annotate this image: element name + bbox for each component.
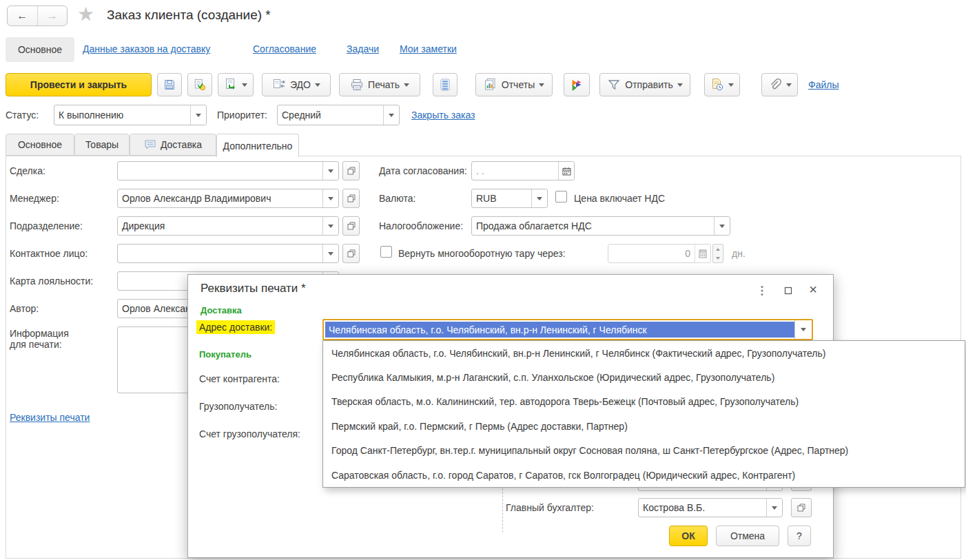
- status-select[interactable]: К выполнению: [54, 105, 207, 125]
- dialog-close-button[interactable]: ×: [804, 282, 822, 297]
- cancel-button[interactable]: Отмена: [716, 526, 779, 546]
- taxation-label: Налогообложение:: [379, 220, 463, 231]
- help-button[interactable]: ?: [788, 526, 811, 546]
- status-dropdown-arrow[interactable]: [190, 105, 206, 125]
- nav-link-approval[interactable]: Согласование: [253, 43, 316, 54]
- send-button[interactable]: Отправить: [599, 73, 690, 96]
- favorite-star-icon[interactable]: ★: [77, 3, 94, 25]
- chevron-down-icon: [728, 83, 734, 87]
- calculator-icon[interactable]: [695, 245, 710, 262]
- manager-label: Менеджер:: [10, 193, 59, 204]
- address-option[interactable]: Саратовская область, г.о. город Саратов,…: [323, 463, 965, 487]
- deal-field[interactable]: [117, 161, 339, 180]
- consignee-account-label: Счет грузополучателя:: [199, 428, 300, 439]
- delivery-address-dropdown-arrow[interactable]: [794, 320, 812, 339]
- nav-link-delivery-orders[interactable]: Данные заказов на доставку: [83, 43, 210, 54]
- calendar-icon[interactable]: [558, 162, 574, 180]
- deal-open-button[interactable]: [342, 161, 360, 180]
- forward-button[interactable]: →: [38, 6, 68, 25]
- chevron-down-icon: [315, 83, 320, 87]
- taxation-dropdown-arrow[interactable]: [714, 217, 730, 235]
- tab-dostavka[interactable]: Доставка: [130, 134, 216, 156]
- returnable-days-field[interactable]: 0: [608, 244, 711, 263]
- returnable-days-spinner[interactable]: [712, 244, 723, 263]
- close-order-link[interactable]: Закрыть заказ: [411, 110, 475, 121]
- open-in-window-icon: [347, 194, 356, 203]
- chevron-down-icon: [242, 83, 247, 87]
- priority-select[interactable]: Средний: [277, 105, 400, 125]
- priority-label: Приоритет:: [217, 110, 267, 121]
- group-divider: [502, 488, 503, 532]
- floppy-disk-icon: [163, 78, 176, 92]
- address-option[interactable]: Республика Калмыкия, м.р-н Лаганский, с.…: [323, 365, 965, 389]
- priority-dropdown-arrow[interactable]: [383, 105, 399, 125]
- consignee-label: Грузополучатель:: [199, 401, 277, 412]
- delivery-address-combobox[interactable]: Челябинская область, г.о. Челябинский, в…: [322, 319, 813, 340]
- tab-dopolnitelno[interactable]: Дополнительно: [216, 134, 299, 157]
- create-based-on-button[interactable]: [218, 73, 254, 96]
- chevron-down-icon: [404, 83, 409, 87]
- deal-dropdown-arrow[interactable]: [322, 162, 338, 180]
- send-funnel-icon: [607, 78, 621, 92]
- tab-osnovnoe[interactable]: Основное: [6, 134, 74, 156]
- department-field[interactable]: Дирекция: [117, 216, 339, 236]
- delivery-address-label: Адрес доставки:: [196, 320, 275, 334]
- buyer-section-title: Покупатель: [199, 349, 251, 360]
- manager-dropdown-arrow[interactable]: [322, 189, 338, 207]
- dialog-maximize-button[interactable]: [779, 283, 797, 298]
- department-dropdown-arrow[interactable]: [322, 217, 338, 235]
- save-button[interactable]: [157, 73, 182, 96]
- contact-open-button[interactable]: [342, 244, 360, 263]
- author-label: Автор:: [10, 303, 39, 314]
- returnable-packaging-label: Вернуть многооборотную тару через:: [398, 248, 566, 259]
- printer-icon: [350, 78, 364, 92]
- open-in-window-icon: [347, 249, 356, 258]
- edo-label: ЭДО: [290, 79, 311, 90]
- nav-tab-main[interactable]: Основное: [6, 37, 74, 62]
- post-and-close-button[interactable]: Провести и закрыть: [6, 73, 152, 96]
- chief-accountant-dropdown-arrow[interactable]: [766, 499, 782, 517]
- address-option[interactable]: Тверская область, м.о. Калининский, тер.…: [323, 390, 965, 414]
- contact-field[interactable]: [117, 244, 339, 263]
- edo-button[interactable]: ЭДО: [262, 73, 331, 96]
- vat-included-checkbox[interactable]: [555, 191, 567, 203]
- print-button[interactable]: Печать: [339, 73, 420, 96]
- reminder-button[interactable]: [704, 73, 740, 96]
- list-settings-button[interactable]: [433, 73, 458, 96]
- reports-button[interactable]: Отчеты: [475, 73, 553, 96]
- currency-field[interactable]: RUB: [471, 189, 548, 208]
- files-link[interactable]: Файлы: [808, 79, 839, 90]
- department-open-button[interactable]: [342, 216, 360, 236]
- page-title: Заказ клиента (создание) *: [107, 8, 271, 23]
- loyalty-card-label: Карта лояльности:: [10, 276, 93, 287]
- discussions-button[interactable]: [564, 73, 590, 96]
- reports-label: Отчеты: [502, 79, 535, 90]
- chief-accountant-open-button[interactable]: [791, 498, 812, 517]
- dialog-menu-button[interactable]: [753, 283, 771, 298]
- ok-button[interactable]: ОК: [669, 526, 708, 546]
- maximize-icon: [784, 287, 792, 295]
- taxation-field[interactable]: Продажа облагается НДС: [471, 216, 730, 236]
- manager-field[interactable]: Орлов Александр Владимирович: [117, 189, 339, 208]
- address-option[interactable]: Пермский край, г.о. Пермский, г Пермь (А…: [323, 414, 965, 438]
- post-document-button[interactable]: [187, 73, 212, 96]
- address-option[interactable]: Челябинская область, г.о. Челябинский, в…: [323, 341, 965, 365]
- currency-dropdown-arrow[interactable]: [531, 189, 547, 207]
- chief-accountant-field[interactable]: Кострова В.Б.: [638, 498, 783, 517]
- back-button[interactable]: ←: [8, 6, 38, 25]
- approval-date-label: Дата согласования:: [379, 165, 467, 176]
- print-details-link[interactable]: Реквизиты печати: [10, 412, 90, 423]
- history-nav-group: ← →: [7, 6, 68, 26]
- returnable-packaging-checkbox[interactable]: [380, 246, 392, 258]
- chief-accountant-label: Главный бухгалтер:: [506, 502, 594, 513]
- nav-link-my-notes[interactable]: Мои заметки: [400, 43, 457, 54]
- address-option[interactable]: Город Санкт-Петербург, вн.тер.г. муницип…: [323, 439, 965, 463]
- contact-dropdown-arrow[interactable]: [322, 245, 338, 262]
- attach-files-button[interactable]: [761, 73, 798, 96]
- manager-open-button[interactable]: [342, 189, 360, 208]
- post-and-close-label: Провести и закрыть: [30, 79, 127, 90]
- approval-date-field[interactable]: . .: [471, 161, 575, 180]
- nav-link-tasks[interactable]: Задачи: [347, 43, 379, 54]
- send-label: Отправить: [625, 79, 672, 90]
- tab-tovary[interactable]: Товары: [74, 134, 130, 156]
